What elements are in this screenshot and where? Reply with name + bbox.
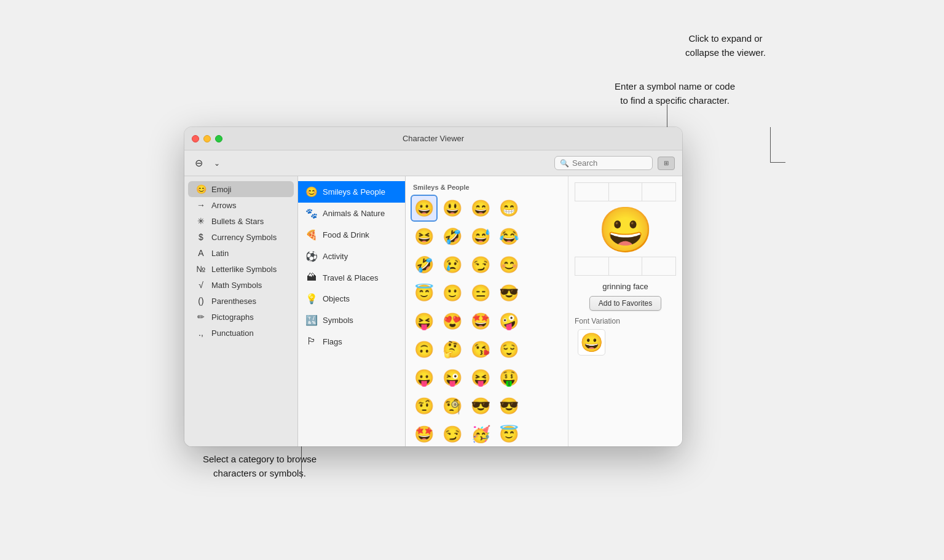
detail-grid-cell-b: [575, 257, 609, 276]
category-label-activity: Activity: [323, 252, 348, 261]
emoji-cell-24[interactable]: 😛: [411, 364, 438, 391]
category-item-objects[interactable]: 💡 Objects: [298, 288, 405, 309]
emoji-cell-1[interactable]: 😃: [439, 195, 466, 222]
sidebar-item-icon-currency: $: [195, 232, 206, 242]
category-icon-smileys: 😊: [305, 186, 318, 198]
back-button[interactable]: ⊖: [192, 155, 206, 171]
emoji-cell-17[interactable]: 😍: [439, 308, 466, 335]
sidebar-item-label-bullets: Bullets & Stars: [211, 217, 264, 226]
add-to-favorites-button[interactable]: Add to Favorites: [589, 296, 661, 311]
emoji-cell-20[interactable]: 🙃: [411, 336, 438, 363]
maximize-button[interactable]: [215, 135, 222, 142]
main-content: 😊 Emoji→ Arrows✳ Bullets & Stars$ Curren…: [184, 176, 682, 446]
traffic-lights: [192, 135, 222, 142]
window-title: Character Viewer: [403, 134, 464, 143]
annotation-line-horizontal-top: [770, 162, 785, 163]
detail-grid-cell: [575, 183, 609, 201]
emoji-cell-10[interactable]: 😏: [467, 251, 494, 278]
sidebar-item-icon-letterlike: №: [195, 264, 206, 274]
sidebar-item-math[interactable]: √ Math Symbols: [188, 277, 294, 293]
minimize-button[interactable]: [203, 135, 211, 142]
emoji-cell-23[interactable]: 😌: [495, 336, 522, 363]
emoji-cell-12[interactable]: 😇: [411, 279, 438, 306]
emoji-cell-9[interactable]: 😢: [439, 251, 466, 278]
chevron-down-button[interactable]: ⌄: [211, 157, 223, 169]
sidebar-item-arrows[interactable]: → Arrows: [188, 197, 294, 213]
search-icon: 🔍: [560, 159, 569, 168]
sidebar-item-label-latin: Latin: [211, 249, 229, 258]
emoji-cell-8[interactable]: 🤣: [411, 251, 438, 278]
detail-emoji-large: 😀: [598, 208, 653, 252]
emoji-cell-27[interactable]: 🤑: [495, 364, 522, 391]
emoji-cell-32[interactable]: 🤩: [411, 421, 438, 446]
toolbar: ⊖ ⌄ 🔍 ⊞: [184, 150, 682, 176]
detail-top-grid: [575, 182, 676, 201]
category-icon-food: 🍕: [305, 229, 318, 241]
emoji-cell-2[interactable]: 😄: [467, 195, 494, 222]
search-box[interactable]: 🔍: [554, 156, 653, 170]
emoji-cell-14[interactable]: 😑: [467, 279, 494, 306]
back-icon: ⊖: [195, 157, 203, 169]
emoji-cell-35[interactable]: 😇: [495, 421, 522, 446]
sidebar-item-icon-math: √: [195, 280, 206, 290]
emoji-grid: 😀😃😄😁😆🤣😅😂🤣😢😏😊😇🙂😑😎😝😍🤩🤪🙃🤔😘😌😛😜😝🤑🤨🧐😎😎🤩😏🥳😇: [411, 195, 563, 446]
sidebar-item-bullets[interactable]: ✳ Bullets & Stars: [188, 213, 294, 229]
category-item-food[interactable]: 🍕 Food & Drink: [298, 224, 405, 246]
emoji-cell-18[interactable]: 🤩: [467, 308, 494, 335]
category-item-smileys[interactable]: 😊 Smileys & People: [298, 181, 405, 203]
sidebar-item-latin[interactable]: A Latin: [188, 245, 294, 261]
detail-grid-cell: [609, 183, 643, 201]
font-variation-emoji[interactable]: 😀: [578, 329, 605, 356]
emoji-cell-30[interactable]: 😎: [467, 392, 494, 419]
emoji-cell-33[interactable]: 😏: [439, 421, 466, 446]
emoji-cell-21[interactable]: 🤔: [439, 336, 466, 363]
category-icon-animals: 🐾: [305, 208, 318, 219]
category-item-flags[interactable]: 🏳 Flags: [298, 331, 405, 352]
sidebar: 😊 Emoji→ Arrows✳ Bullets & Stars$ Curren…: [184, 176, 298, 446]
expand-button[interactable]: ⊞: [658, 157, 675, 170]
sidebar-item-parentheses[interactable]: () Parentheses: [188, 293, 294, 309]
emoji-cell-25[interactable]: 😜: [439, 364, 466, 391]
emoji-name: grinning face: [602, 282, 648, 291]
emoji-cell-4[interactable]: 😆: [411, 223, 438, 250]
emoji-cell-11[interactable]: 😊: [495, 251, 522, 278]
sidebar-item-pictographs[interactable]: ✏ Pictographs: [188, 309, 294, 325]
emoji-cell-31[interactable]: 😎: [495, 392, 522, 419]
category-label-symbols: Symbols: [323, 316, 353, 325]
emoji-cell-0[interactable]: 😀: [411, 195, 438, 222]
detail-grid-cell: [642, 183, 676, 201]
sidebar-item-label-math: Math Symbols: [211, 281, 262, 290]
emoji-cell-13[interactable]: 🙂: [439, 279, 466, 306]
sidebar-item-label-pictographs: Pictographs: [211, 313, 254, 322]
emoji-cell-22[interactable]: 😘: [467, 336, 494, 363]
category-panel: 😊 Smileys & People🐾 Animals & Nature🍕 Fo…: [298, 176, 406, 446]
category-item-travel[interactable]: 🏔 Travel & Places: [298, 267, 405, 288]
close-button[interactable]: [192, 135, 199, 142]
category-item-symbols[interactable]: 🔣 Symbols: [298, 309, 405, 331]
font-variation-title: Font Variation: [575, 317, 620, 325]
emoji-cell-5[interactable]: 🤣: [439, 223, 466, 250]
emoji-cell-26[interactable]: 😝: [467, 364, 494, 391]
emoji-cell-3[interactable]: 😁: [495, 195, 522, 222]
category-label-food: Food & Drink: [323, 230, 369, 239]
sidebar-item-letterlike[interactable]: № Letterlike Symbols: [188, 261, 294, 277]
category-item-animals[interactable]: 🐾 Animals & Nature: [298, 203, 405, 224]
sidebar-item-emoji[interactable]: 😊 Emoji: [188, 181, 294, 197]
emoji-cell-19[interactable]: 🤪: [495, 308, 522, 335]
category-label-flags: Flags: [323, 337, 342, 346]
emoji-cell-29[interactable]: 🧐: [439, 392, 466, 419]
sidebar-item-icon-latin: A: [195, 248, 206, 258]
sidebar-item-currency[interactable]: $ Currency Symbols: [188, 229, 294, 245]
category-icon-flags: 🏳: [305, 336, 318, 347]
detail-panel: 😀 grinning face Add to Favorites Font Va…: [568, 176, 682, 446]
emoji-cell-16[interactable]: 😝: [411, 308, 438, 335]
emoji-cell-7[interactable]: 😂: [495, 223, 522, 250]
emoji-cell-28[interactable]: 🤨: [411, 392, 438, 419]
emoji-cell-34[interactable]: 🥳: [467, 421, 494, 446]
sidebar-item-punctuation[interactable]: ., Punctuation: [188, 325, 294, 341]
search-input[interactable]: [572, 158, 647, 168]
category-item-activity[interactable]: ⚽ Activity: [298, 246, 405, 267]
emoji-cell-15[interactable]: 😎: [495, 279, 522, 306]
sidebar-item-label-punctuation: Punctuation: [211, 329, 254, 338]
emoji-cell-6[interactable]: 😅: [467, 223, 494, 250]
